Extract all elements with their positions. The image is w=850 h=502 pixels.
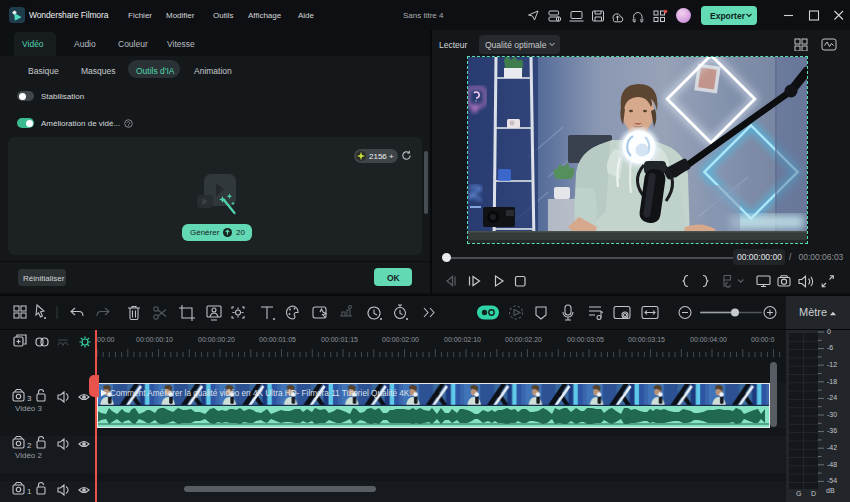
svg-text:Comment Améliorer la qualité v: Comment Améliorer la qualité vidéo en 4K…	[110, 389, 416, 398]
svg-text:2: 2	[27, 441, 32, 450]
svg-text:1: 1	[27, 487, 32, 496]
svg-text:3: 3	[27, 394, 32, 403]
